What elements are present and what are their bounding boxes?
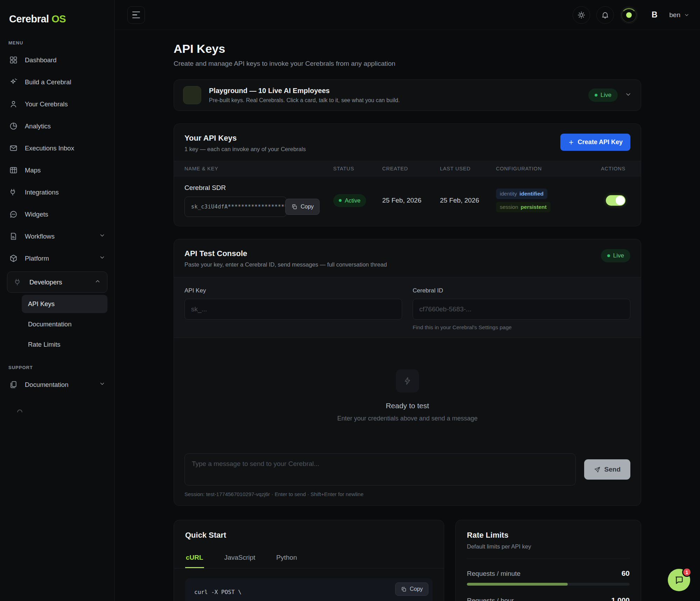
chat-fab-button[interactable]: 1 bbox=[668, 569, 690, 591]
column-header: CREATED bbox=[382, 166, 440, 171]
plug-icon bbox=[9, 188, 18, 197]
document-icon bbox=[9, 232, 18, 241]
last-used-date: 25 Feb, 2026 bbox=[440, 197, 496, 204]
cerebral-id-input[interactable] bbox=[413, 299, 630, 320]
sidebar-item-workflows[interactable]: Workflows bbox=[0, 225, 114, 247]
api-key-masked-value: sk_c3iU4dfA******************** bbox=[184, 197, 287, 217]
menu-section-label: MENU bbox=[0, 35, 114, 49]
copy-code-button[interactable]: Copy bbox=[395, 582, 428, 596]
copy-key-button[interactable]: Copy bbox=[285, 199, 320, 215]
chevron-up-icon bbox=[94, 278, 101, 286]
console-empty-state: Ready to test Enter your credentials abo… bbox=[174, 338, 641, 453]
chevron-down-icon bbox=[99, 381, 105, 389]
page-subtitle: Create and manage API keys to invoke you… bbox=[174, 60, 641, 68]
chevron-down-icon bbox=[99, 254, 105, 262]
app-root: Cerebral OS MENU Dashboard Build a Cereb… bbox=[0, 0, 700, 601]
rate-limit-bar bbox=[467, 583, 630, 586]
api-key-input[interactable] bbox=[184, 299, 402, 320]
message-composer: Send bbox=[174, 453, 641, 486]
brand-name: Cerebral bbox=[9, 13, 49, 24]
sidebar-item-support-documentation[interactable]: Documentation bbox=[0, 374, 114, 396]
empty-state-title: Ready to test bbox=[386, 402, 429, 410]
message-input[interactable] bbox=[184, 453, 576, 486]
live-status-button[interactable] bbox=[620, 6, 638, 24]
sidebar: Cerebral OS MENU Dashboard Build a Cereb… bbox=[0, 0, 115, 601]
sidebar-item-label: Dashboard bbox=[25, 56, 57, 64]
theme-toggle-button[interactable] bbox=[573, 6, 590, 24]
bolt-icon-container bbox=[396, 369, 419, 393]
user-name: ben bbox=[669, 11, 680, 19]
sidebar-item-label: Build a Cerebral bbox=[25, 78, 71, 86]
chevron-down-icon[interactable] bbox=[625, 91, 632, 99]
key-enabled-toggle[interactable] bbox=[606, 195, 625, 206]
sidebar-item-executions-inbox[interactable]: Executions Inbox bbox=[0, 137, 114, 159]
playground-banner[interactable]: Playground — 10 Live AI Employees Pre-bu… bbox=[174, 79, 641, 111]
sidebar-item-maps[interactable]: Maps bbox=[0, 159, 114, 181]
sidebar-item-analytics[interactable]: Analytics bbox=[0, 115, 114, 137]
sidebar-item-label: Widgets bbox=[25, 211, 48, 218]
sidebar-item-your-cerebrals[interactable]: Your Cerebrals bbox=[0, 93, 114, 115]
user-icon bbox=[9, 100, 18, 108]
rate-limit-row: Requests / hour1,000 bbox=[467, 596, 630, 601]
main-area: B ben API Keys Create and manage API key… bbox=[115, 0, 700, 601]
pie-chart-icon bbox=[9, 122, 18, 130]
code-snippet: curl -X POST \ https://app.cerebralos.co… bbox=[194, 587, 424, 601]
partial-item-icon bbox=[15, 405, 114, 415]
column-header: CONFIGURATION bbox=[496, 166, 601, 171]
console-title: API Test Console bbox=[184, 249, 387, 258]
table-header-row: NAME & KEY STATUS CREATED LAST USED CONF… bbox=[174, 161, 641, 176]
create-api-key-button[interactable]: Create API Key bbox=[560, 134, 630, 151]
chevron-down-icon bbox=[684, 12, 690, 18]
page-content: API Keys Create and manage API keys to i… bbox=[115, 30, 700, 601]
session-info: Session: test-1774567010297-vqzj6r · Ent… bbox=[174, 486, 641, 505]
plus-icon bbox=[568, 139, 574, 146]
rate-limits-title: Rate Limits bbox=[467, 531, 630, 540]
chevron-down-icon bbox=[99, 232, 105, 240]
api-keys-title: Your API Keys bbox=[184, 134, 306, 143]
sidebar-subitem-documentation[interactable]: Documentation bbox=[22, 315, 107, 333]
rate-limit-row: Requests / minute60 bbox=[467, 569, 630, 586]
rate-limits-card: Rate Limits Default limits per API key R… bbox=[455, 520, 641, 601]
copy-icon bbox=[401, 586, 407, 592]
chat-bubble-icon bbox=[674, 575, 684, 585]
sidebar-item-developers[interactable]: Developers bbox=[7, 272, 107, 292]
user-avatar-initial: B bbox=[652, 10, 658, 20]
sidebar-item-label: Platform bbox=[25, 255, 49, 262]
sidebar-item-label: Executions Inbox bbox=[25, 144, 74, 152]
table-grid-icon bbox=[9, 166, 18, 175]
sidebar-item-integrations[interactable]: Integrations bbox=[0, 181, 114, 203]
send-button[interactable]: Send bbox=[584, 459, 630, 480]
chat-bubble-icon bbox=[9, 210, 18, 219]
sidebar-collapse-button[interactable] bbox=[127, 6, 145, 24]
sidebar-item-widgets[interactable]: Widgets bbox=[0, 203, 114, 225]
quick-start-card: Quick Start cURL JavaScript Python Copy … bbox=[174, 520, 444, 601]
sidebar-item-label: Documentation bbox=[25, 381, 68, 389]
sidebar-item-label: Your Cerebrals bbox=[25, 100, 68, 108]
rate-limits-subtitle: Default limits per API key bbox=[467, 543, 630, 559]
live-badge: Live bbox=[588, 89, 618, 102]
tab-curl[interactable]: cURL bbox=[185, 549, 204, 568]
bell-icon bbox=[601, 11, 609, 19]
notifications-button[interactable] bbox=[596, 6, 614, 24]
quick-start-title: Quick Start bbox=[174, 520, 444, 540]
topbar: B ben bbox=[115, 0, 700, 30]
api-keys-subtitle: 1 key — each can invoke any of your Cere… bbox=[184, 146, 306, 153]
live-dot-icon bbox=[595, 94, 597, 97]
sidebar-item-platform[interactable]: Platform bbox=[0, 247, 114, 269]
user-menu[interactable]: ben bbox=[669, 11, 690, 19]
session-tag: sessionpersistent bbox=[496, 202, 551, 212]
api-keys-card: Your API Keys 1 key — each can invoke an… bbox=[174, 123, 641, 226]
code-language-tabs: cURL JavaScript Python bbox=[174, 549, 444, 568]
api-test-console-card: API Test Console Paste your key, enter a… bbox=[174, 239, 641, 506]
playground-thumbnail bbox=[183, 86, 201, 104]
tab-javascript[interactable]: JavaScript bbox=[224, 549, 256, 568]
sidebar-subitem-api-keys[interactable]: API Keys bbox=[22, 295, 107, 313]
sidebar-subitem-rate-limits[interactable]: Rate Limits bbox=[22, 335, 107, 354]
sidebar-item-dashboard[interactable]: Dashboard bbox=[0, 49, 114, 71]
sidebar-item-build-a-cerebral[interactable]: Build a Cerebral bbox=[0, 71, 114, 93]
status-ring-icon bbox=[621, 7, 637, 23]
tab-python[interactable]: Python bbox=[275, 549, 298, 568]
brand-suffix: OS bbox=[51, 13, 66, 24]
sidebar-item-label: Analytics bbox=[25, 122, 51, 130]
identity-tag: identityidentified bbox=[496, 189, 547, 199]
